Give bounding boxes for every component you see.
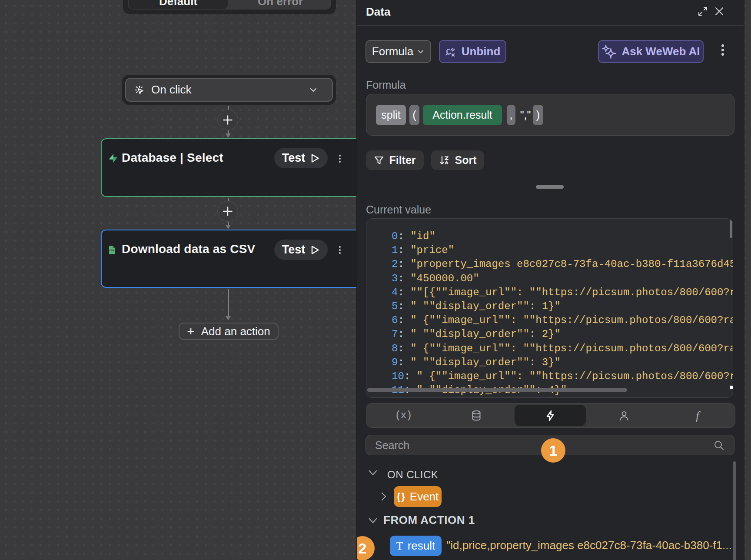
svg-text:CSV: CSV: [110, 249, 115, 252]
